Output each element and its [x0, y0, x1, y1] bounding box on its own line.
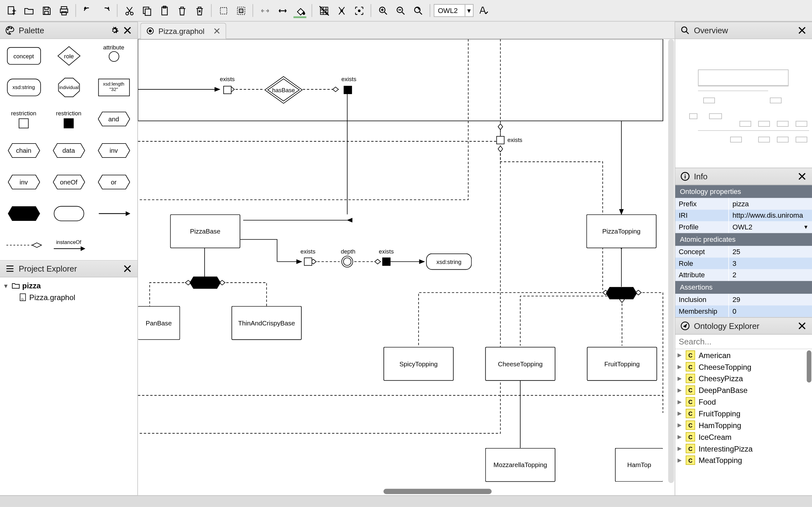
ontology-search-input[interactable] [675, 335, 812, 349]
concept-badge: C [686, 397, 695, 406]
resize-h-button[interactable] [274, 2, 291, 19]
palette-individual[interactable]: individual [49, 74, 89, 101]
node-exists-black[interactable] [344, 86, 352, 94]
ontology-scrollbar[interactable] [807, 350, 811, 383]
palette-or[interactable]: or [94, 169, 134, 196]
zoom-in-button[interactable] [374, 2, 391, 19]
cut-button[interactable] [121, 2, 138, 19]
delete-button[interactable] [173, 2, 190, 19]
print-button[interactable] [55, 2, 72, 19]
zoom-reset-button[interactable] [410, 2, 426, 19]
profile-select[interactable]: OWL2 ▾ [434, 4, 473, 17]
fill-button[interactable] [292, 2, 308, 19]
node-cheesetopping[interactable]: CheeseTopping [485, 347, 555, 381]
clear-button[interactable] [191, 2, 208, 19]
zoom-out-button[interactable] [392, 2, 409, 19]
node-exists-white[interactable] [223, 86, 232, 94]
canvas-scrollbar-horizontal[interactable] [138, 488, 668, 495]
node-pizzabase[interactable]: PizzaBase [170, 214, 240, 248]
ontology-item[interactable]: ▶CFood [675, 396, 812, 408]
chevron-right-icon: ▶ [677, 434, 684, 440]
node-fruittopping[interactable]: FruitTopping [587, 347, 657, 381]
node-exists-white[interactable] [496, 136, 505, 144]
info-row-concept: Concept25 [675, 246, 812, 258]
palette-dashed-diamond[interactable] [4, 232, 44, 259]
palette-inv2[interactable]: inv [4, 169, 44, 196]
palette-instanceof[interactable]: instanceOf [49, 232, 89, 259]
ontology-item[interactable]: ▶CInterestingPizza [675, 443, 812, 454]
palette-chain[interactable]: chain [4, 137, 44, 164]
node-pizzatopping[interactable]: PizzaTopping [587, 214, 657, 248]
snap-button[interactable] [334, 2, 350, 19]
palette-hex-black[interactable] [4, 200, 44, 227]
palette-xsdstring[interactable]: xsd:string [4, 74, 44, 101]
node-disjoint[interactable] [189, 276, 221, 289]
node-hamtopping[interactable]: HamTop [615, 448, 663, 482]
node-thincrispy[interactable]: ThinAndCrispyBase [232, 306, 302, 340]
select-area-button[interactable] [233, 2, 249, 19]
open-button[interactable] [20, 2, 37, 19]
palette-data[interactable]: data [49, 137, 89, 164]
node-attribute[interactable] [343, 258, 351, 266]
palette-concept[interactable]: concept [4, 43, 44, 70]
select-button[interactable] [215, 2, 232, 19]
diagram-canvas[interactable]: hasBase exists exists exists PizzaBase P… [138, 39, 675, 495]
palette-inv1[interactable]: inv [94, 137, 134, 164]
palette-oneOf[interactable]: oneOf [49, 169, 89, 196]
chevron-right-icon: ▶ [677, 352, 684, 358]
flip-h-button[interactable] [257, 2, 273, 19]
node-xsdstring[interactable]: xsd:string [426, 253, 472, 270]
ontology-item[interactable]: ▶CAmerican [675, 349, 812, 361]
overview-minimap[interactable] [675, 39, 812, 167]
ontology-item[interactable]: ▶CFruitTopping [675, 407, 812, 419]
node-mozzarella[interactable]: MozzarellaTopping [485, 448, 555, 482]
main-toolbar: OWL2 ▾ [0, 0, 812, 21]
close-icon[interactable] [797, 321, 807, 331]
close-icon[interactable] [797, 171, 807, 181]
ontology-item[interactable]: ▶CDeepPanBase [675, 384, 812, 396]
close-icon[interactable] [212, 27, 221, 35]
svg-point-16 [340, 9, 342, 11]
label-exists: exists [341, 76, 356, 82]
node-panbase[interactable]: PanBase [138, 306, 180, 340]
paste-button[interactable] [156, 2, 172, 19]
palette-and[interactable]: and [94, 106, 134, 133]
node-exists-white[interactable] [304, 258, 312, 266]
tab-pizza[interactable]: Pizza.graphol [140, 23, 226, 39]
node-exists-black[interactable] [382, 258, 391, 266]
canvas-scrollbar-vertical[interactable] [668, 39, 675, 488]
ontology-item[interactable]: ▶CIceCream [675, 431, 812, 443]
ontology-item[interactable]: ▶CMeatTopping [675, 454, 812, 466]
palette-restriction-black[interactable]: restriction [49, 106, 89, 133]
palette-arrow[interactable] [94, 200, 134, 227]
ontology-item[interactable]: ▶CCheeseTopping [675, 361, 812, 373]
close-icon[interactable] [122, 263, 133, 274]
grid-off-button[interactable] [316, 2, 332, 19]
palette-role[interactable]: role [49, 43, 89, 70]
redo-button[interactable] [97, 2, 113, 19]
palette-datatype[interactable]: xsd:length"32" [94, 74, 134, 101]
palette-attribute[interactable]: attribute [94, 43, 134, 70]
new-file-button[interactable] [3, 2, 19, 19]
info-body: Ontology properties Prefixpizza IRIhttp:… [675, 185, 812, 317]
project-node[interactable]: ▼ pizza [1, 280, 136, 291]
palette-pill[interactable] [49, 200, 89, 227]
file-node[interactable]: G Pizza.graphol [1, 291, 136, 303]
ontology-item-label: FruitTopping [699, 409, 740, 418]
concept-badge: C [686, 432, 695, 441]
node-disjoint[interactable] [606, 287, 637, 300]
syntax-check-button[interactable] [475, 2, 491, 19]
close-icon[interactable] [797, 25, 807, 36]
gear-icon[interactable] [109, 25, 120, 36]
ontology-item[interactable]: ▶CCheesyPizza [675, 373, 812, 384]
center-button[interactable] [351, 2, 367, 19]
node-hasbase[interactable]: hasBase [263, 75, 302, 103]
close-icon[interactable] [122, 25, 133, 36]
copy-button[interactable] [139, 2, 155, 19]
undo-button[interactable] [80, 2, 96, 19]
palette-restriction-white[interactable]: restriction [4, 106, 44, 133]
ontology-item[interactable]: ▶CHamTopping [675, 419, 812, 431]
node-spicytopping[interactable]: SpicyTopping [384, 347, 454, 381]
info-row-profile[interactable]: ProfileOWL2▼ [675, 221, 812, 233]
save-button[interactable] [38, 2, 55, 19]
